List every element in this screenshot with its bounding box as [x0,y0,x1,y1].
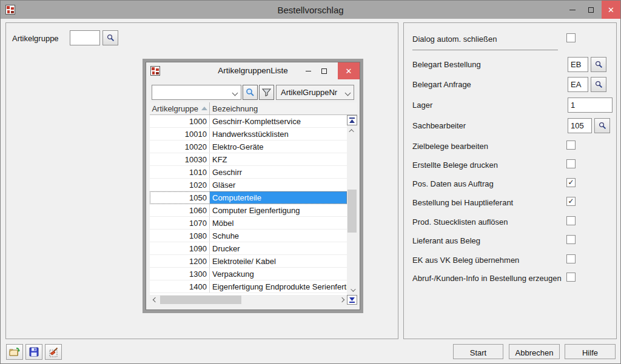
table-row[interactable]: 1000Geschirr-Komplettservice [150,115,347,128]
sachbearbeiter-input[interactable] [568,118,592,133]
scroll-down-arrow[interactable] [347,285,357,295]
lager-label: Lager [412,101,432,110]
clear-settings-button[interactable] [45,344,62,360]
cell-nr: 1020 [150,179,210,191]
table-row[interactable]: 10010Handwerksstücklisten [150,128,347,141]
zielbelege-checkbox[interactable] [566,141,576,150]
stuecklisten-label: Prod. Stuecklisten auflösen [412,217,508,227]
column-header-bezeichnung[interactable]: Bezeichnung [210,102,357,114]
artikelgruppe-lookup-button[interactable] [102,30,118,45]
scroll-bottom-icon [349,297,355,303]
search-icon [246,88,255,97]
cell-nr: 1200 [150,255,210,267]
artikelgruppenliste-window: ArtikelgruppenListe ✕ ArtikelGruppeNr [146,62,360,310]
cell-nr: 1300 [150,268,210,280]
vscroll-track[interactable] [347,136,357,285]
hauptlieferant-row: Bestellung bei Hauptlieferant ✓ [412,195,611,210]
abruf-kunden-checkbox[interactable] [566,273,576,282]
pos-daten-checkbox[interactable]: ✓ [566,178,576,187]
maximize-button[interactable] [582,1,600,19]
cell-name: Handwerksstücklisten [210,128,347,140]
cancel-button[interactable]: Abbrechen [509,344,560,359]
cell-name: Möbel [210,217,347,229]
belegart-anfrage-row: Belegart Anfrage [412,77,611,92]
popup-maximize-button[interactable] [317,62,331,79]
cell-name: Verpackung [210,268,347,280]
scroll-to-bottom-button[interactable] [347,295,357,305]
chevron-down-icon[interactable] [345,90,351,96]
vertical-scrollbar[interactable] [347,115,357,295]
hscroll-thumb[interactable] [160,296,241,304]
belege-drucken-checkbox[interactable] [566,159,576,168]
horizontal-scrollbar[interactable] [150,295,347,305]
table-row[interactable]: 10020Elektro-Geräte [150,141,347,153]
save-settings-button[interactable] [25,344,42,360]
cell-nr: 1000 [150,115,210,127]
cell-name: Schuhe [210,230,347,242]
table-row[interactable]: 1400Eigenfertigung Endprodukte Serienfer… [150,280,347,293]
table-row-selected[interactable]: 1050Computerteile [150,191,347,204]
table-row[interactable]: 1010Geschirr [150,166,347,179]
minimize-button[interactable] [563,1,582,19]
cell-name: Geschirr [210,166,347,178]
search-combobox[interactable] [152,85,241,100]
hauptlieferant-label: Bestellung bei Hauptlieferant [412,198,513,207]
search-button[interactable] [243,85,258,100]
cell-name: Elektro-Geräte [210,141,347,153]
scroll-up-arrow[interactable] [347,125,357,136]
auto-close-checkbox[interactable] [566,33,576,42]
artikelgruppe-input[interactable] [70,30,100,45]
sort-field-dropdown[interactable]: ArtikelGruppeNr [276,85,354,100]
bestellvorschlag-dialog: Bestellvorschlag ✕ Artikelgruppe Dialog … [0,0,621,364]
lieferant-beleg-row: Lieferant aus Beleg [412,233,611,248]
save-icon [29,347,39,357]
hscroll-track[interactable] [160,295,337,305]
belegart-bestellung-lookup-button[interactable] [591,57,606,72]
table-row[interactable]: 1080Schuhe [150,230,347,242]
chevron-right-icon [339,297,344,302]
table-row[interactable]: 1020Gläser [150,179,347,191]
scroll-right-arrow[interactable] [337,295,347,305]
maximize-icon [588,7,594,13]
scroll-to-top-button[interactable] [347,115,357,125]
open-folder-icon [9,347,20,357]
table-row[interactable]: 10030KFZ [150,153,347,166]
start-button[interactable]: Start [453,344,503,359]
close-button[interactable]: ✕ [602,1,620,19]
vscroll-thumb[interactable] [347,190,357,233]
abruf-kunden-row: Abruf-/Kunden-Info in Bestellung erzeuge… [412,271,611,286]
table-row[interactable]: 1300Verpackung [150,268,347,280]
abruf-kunden-label: Abruf-/Kunden-Info in Bestellung erzeuge… [412,274,562,283]
lager-input[interactable] [568,98,613,113]
chevron-left-icon [152,297,157,302]
scroll-left-arrow[interactable] [150,295,160,305]
lieferant-beleg-checkbox[interactable] [566,235,576,244]
belegart-bestellung-label: Belegart Bestellung [412,60,481,69]
table-row[interactable]: 1090Drucker [150,242,347,255]
popup-minimize-button[interactable] [301,62,315,79]
stuecklisten-checkbox[interactable] [566,216,576,225]
table-row[interactable]: 1200Elektroteile/ Kabel [150,255,347,268]
cell-name: Elektroteile/ Kabel [210,255,347,267]
popup-close-button[interactable]: ✕ [338,62,360,79]
filter-button[interactable] [259,85,274,100]
cell-name: KFZ [210,153,347,165]
cell-nr: 1090 [150,242,210,254]
belegart-anfrage-input[interactable] [568,77,588,92]
column-header-artikelgruppe[interactable]: Artikelgruppe [150,102,210,114]
belegart-anfrage-lookup-button[interactable] [591,77,606,92]
article-group-table: Artikelgruppe Bezeichnung 1000Geschirr-K… [150,102,357,305]
table-row[interactable]: 1060Computer Eigenfertigung [150,204,347,217]
auto-close-row: Dialog autom. schließen [412,31,611,47]
cell-name: Computerteile [210,191,347,204]
search-input[interactable] [152,85,241,99]
magnifier-icon [595,61,603,68]
help-button[interactable]: Hilfe [565,344,616,359]
ek-vk-checkbox[interactable] [566,254,576,263]
table-row[interactable]: 1070Möbel [150,217,347,230]
load-settings-button[interactable] [6,344,23,360]
belegart-bestellung-input[interactable] [568,57,588,72]
sachbearbeiter-lookup-button[interactable] [594,118,610,133]
cell-nr: 1060 [150,204,210,216]
hauptlieferant-checkbox[interactable]: ✓ [566,197,576,206]
